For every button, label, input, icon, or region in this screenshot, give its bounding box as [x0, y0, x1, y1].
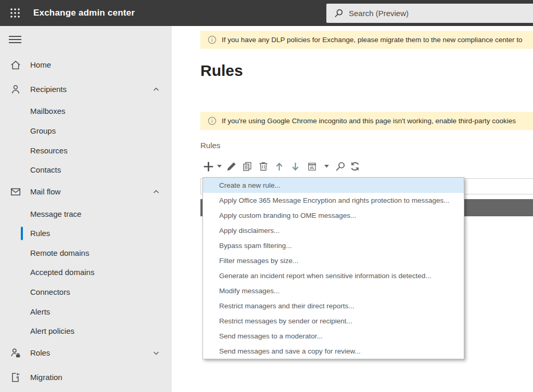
home-icon — [10, 59, 21, 71]
rules-list-label: Rules — [200, 141, 220, 150]
plus-icon — [202, 161, 214, 173]
sidebar-item-label: Alerts — [30, 303, 50, 321]
sidebar-item-mailboxes[interactable]: Mailboxes — [0, 102, 172, 120]
sidebar-item-recipients[interactable]: Recipients — [0, 81, 172, 98]
move-up-button[interactable] — [271, 159, 287, 174]
sidebar-item-label: Groups — [30, 122, 56, 140]
page-title: Rules — [200, 62, 243, 80]
banner-text: If you have any DLP policies for Exchang… — [222, 36, 523, 44]
search-rules-button[interactable] — [332, 159, 348, 174]
pencil-icon — [226, 161, 237, 172]
sidebar-item-alert-policies[interactable]: Alert policies — [0, 322, 172, 340]
info-icon — [208, 116, 217, 125]
sidebar-item-label: Recipients — [30, 81, 67, 98]
sidebar-item-rules[interactable]: Rules — [0, 225, 172, 242]
chrome-incognito-banner: If you're using Google Chrome incognito … — [200, 112, 533, 130]
sidebar-item-label: Rules — [30, 225, 50, 242]
delete-rule-button[interactable] — [255, 159, 271, 174]
search-icon — [334, 8, 344, 18]
global-search-box[interactable] — [326, 4, 533, 23]
sidebar-item-label: Mail flow — [30, 183, 60, 201]
sidebar-item-label: Remote domains — [30, 244, 89, 262]
person-icon — [10, 84, 21, 95]
app-title: Exchange admin center — [33, 0, 135, 26]
sidebar-item-home[interactable]: Home — [0, 56, 172, 74]
menu-item-restrict-managers[interactable]: Restrict managers and their direct repor… — [203, 298, 464, 313]
sidebar-item-migration[interactable]: Migration — [0, 369, 172, 386]
menu-item-apply-disclaimers[interactable]: Apply disclaimers... — [203, 223, 464, 238]
edit-rule-button[interactable] — [223, 159, 239, 174]
rules-toolbar — [201, 158, 362, 175]
caret-down-icon — [324, 165, 329, 168]
left-navigation: Home Recipients Mailboxes Groups Resourc… — [0, 26, 172, 392]
waffle-icon — [9, 7, 21, 19]
arrow-up-icon — [274, 162, 284, 172]
sidebar-item-label: Connectors — [30, 283, 70, 301]
copy-rule-button[interactable] — [239, 159, 255, 174]
sidebar-item-label: Roles — [30, 344, 50, 362]
chevron-down-icon[interactable] — [153, 349, 160, 357]
arrow-down-icon — [290, 162, 300, 172]
copy-icon — [242, 161, 252, 172]
sidebar-item-accepted-domains[interactable]: Accepted domains — [0, 264, 172, 281]
add-rule-dropdown-caret[interactable] — [215, 159, 223, 174]
banner-text: If you're using Google Chrome incognito … — [222, 117, 516, 125]
selected-item-indicator — [21, 227, 23, 240]
sidebar-item-label: Message trace — [30, 205, 81, 223]
magnifier-icon — [335, 161, 346, 172]
app-launcher-waffle-icon[interactable] — [7, 6, 23, 20]
roles-icon — [10, 347, 21, 359]
hamburger-icon — [9, 35, 21, 44]
menu-item-send-save-copy-for-review[interactable]: Send messages and save a copy for review… — [203, 344, 464, 359]
move-down-button[interactable] — [287, 159, 303, 174]
menu-item-modify-messages[interactable]: Modify messages... — [203, 283, 464, 298]
trash-icon — [258, 161, 269, 172]
top-bar: Exchange admin center — [0, 0, 533, 26]
report-dropdown-caret[interactable] — [321, 159, 332, 174]
menu-item-create-new-rule[interactable]: Create a new rule... — [203, 178, 464, 193]
sidebar-item-label: Migration — [30, 369, 62, 386]
sidebar-item-groups[interactable]: Groups — [0, 122, 172, 140]
sidebar-item-label: Alert policies — [30, 322, 74, 340]
hamburger-menu-icon[interactable] — [9, 35, 21, 44]
exchange-admin-center-window: Exchange admin center Home — [0, 0, 533, 392]
sidebar-item-label: Accepted domains — [30, 264, 94, 281]
sidebar-item-alerts[interactable]: Alerts — [0, 303, 172, 321]
new-rule-dropdown-menu: Create a new rule... Apply Office 365 Me… — [202, 177, 464, 359]
search-input[interactable] — [349, 9, 505, 18]
menu-item-generate-incident-report[interactable]: Generate an incident report when sensiti… — [203, 268, 464, 283]
sidebar-item-mail-flow[interactable]: Mail flow — [0, 183, 172, 201]
chevron-up-icon[interactable] — [153, 86, 160, 93]
dlp-migration-banner: If you have any DLP policies for Exchang… — [200, 31, 533, 49]
rule-report-button[interactable] — [303, 159, 321, 174]
sidebar-item-contacts[interactable]: Contacts — [0, 161, 172, 179]
sidebar-item-label: Mailboxes — [30, 102, 66, 120]
menu-item-apply-ome-encryption[interactable]: Apply Office 365 Message Encryption and … — [203, 193, 464, 208]
chevron-up-icon[interactable] — [153, 188, 160, 195]
menu-item-bypass-spam-filtering[interactable]: Bypass spam filtering... — [203, 238, 464, 253]
migration-icon — [10, 372, 21, 383]
info-icon — [208, 35, 217, 44]
mail-icon — [10, 186, 21, 198]
refresh-button[interactable] — [348, 159, 362, 174]
sidebar-item-label: Resources — [30, 142, 68, 160]
menu-item-send-to-moderator[interactable]: Send messages to a moderator... — [203, 329, 464, 344]
sidebar-item-connectors[interactable]: Connectors — [0, 283, 172, 301]
sidebar-item-message-trace[interactable]: Message trace — [0, 205, 172, 223]
caret-down-icon — [217, 165, 222, 168]
sidebar-item-label: Home — [30, 56, 51, 74]
sidebar-item-resources[interactable]: Resources — [0, 142, 172, 160]
add-rule-button[interactable] — [201, 159, 215, 174]
refresh-icon — [350, 161, 360, 172]
menu-item-apply-custom-branding[interactable]: Apply custom branding to OME messages... — [203, 208, 464, 223]
sidebar-item-label: Contacts — [30, 161, 61, 179]
sidebar-item-roles[interactable]: Roles — [0, 344, 172, 362]
menu-item-restrict-by-sender-recipient[interactable]: Restrict messages by sender or recipient… — [203, 313, 464, 329]
menu-item-filter-messages-by-size[interactable]: Filter messages by size... — [203, 253, 464, 268]
sidebar-item-remote-domains[interactable]: Remote domains — [0, 244, 172, 262]
report-icon — [307, 162, 317, 172]
